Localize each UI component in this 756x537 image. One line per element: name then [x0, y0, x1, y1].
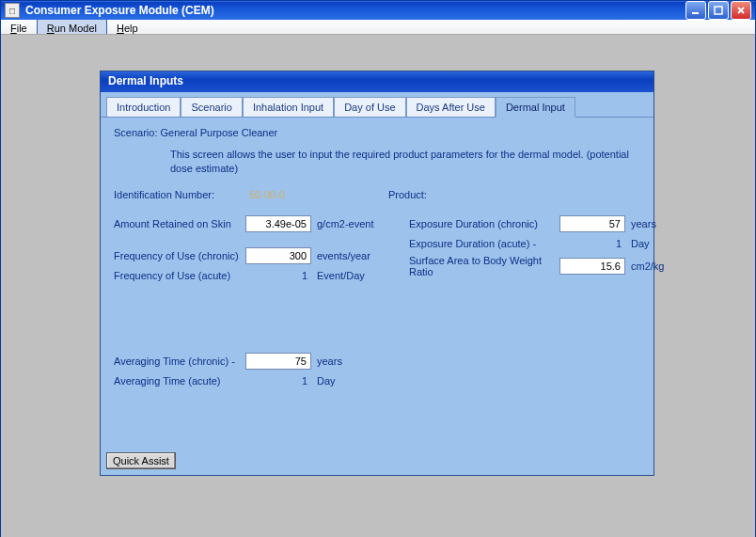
- svg-rect-1: [715, 7, 722, 14]
- exposure-chronic-input[interactable]: [559, 215, 625, 232]
- frequency-acute-value: 1: [245, 270, 311, 281]
- close-icon: [736, 6, 746, 15]
- menu-help[interactable]: Help: [107, 20, 148, 34]
- titlebar: □ Consumer Exposure Module (CEM): [1, 1, 755, 20]
- amount-retained-label: Amount Retained on Skin: [114, 218, 245, 229]
- tab-inhalation-input[interactable]: Inhalation Input: [243, 97, 334, 117]
- frequency-acute-unit: Event/Day: [317, 270, 392, 281]
- quick-assist-button[interactable]: Quick Assist: [106, 452, 176, 469]
- client-area: Dermal Inputs Introduction Scenario Inha…: [1, 35, 755, 537]
- averaging-chronic-input[interactable]: [245, 353, 311, 370]
- tab-day-of-use[interactable]: Day of Use: [334, 97, 405, 117]
- identification-number-label: Identification Number:: [114, 189, 245, 200]
- menubar: File Run Model Help: [1, 20, 755, 35]
- dermal-panel: Scenario: General Purpose Cleaner This s…: [101, 118, 654, 475]
- minimize-button[interactable]: [685, 1, 706, 20]
- panel-help-text: This screen allows the user to input the…: [170, 148, 640, 176]
- averaging-acute-unit: Day: [317, 375, 392, 387]
- window-controls: [685, 1, 751, 20]
- tab-days-after-use[interactable]: Days After Use: [406, 97, 496, 117]
- exposure-chronic-unit: years: [631, 218, 706, 229]
- dermal-inputs-dialog: Dermal Inputs Introduction Scenario Inha…: [100, 71, 654, 476]
- exposure-chronic-label: Exposure Duration (chronic): [409, 218, 559, 229]
- amount-retained-input[interactable]: [245, 215, 311, 232]
- product-label: Product:: [388, 189, 427, 200]
- averaging-acute-label: Averaging Time (acute): [114, 375, 245, 387]
- frequency-chronic-unit: events/year: [317, 250, 392, 261]
- tab-introduction[interactable]: Introduction: [106, 97, 181, 117]
- tab-scenario[interactable]: Scenario: [181, 97, 242, 117]
- maximize-button[interactable]: [708, 1, 729, 20]
- frequency-chronic-input[interactable]: [245, 247, 311, 264]
- app-icon: □: [5, 3, 20, 18]
- tab-dermal-input[interactable]: Dermal Input: [496, 97, 575, 118]
- scenario-label: Scenario: General Purpose Cleaner: [114, 127, 640, 138]
- amount-retained-unit: g/cm2-event: [317, 218, 392, 229]
- close-button[interactable]: [731, 1, 751, 20]
- app-window: □ Consumer Exposure Module (CEM) File Ru…: [0, 0, 756, 537]
- frequency-chronic-label: Frequency of Use (chronic): [114, 250, 245, 261]
- exposure-acute-label: Exposure Duration (acute) -: [409, 238, 559, 249]
- minimize-icon: [691, 6, 701, 15]
- menu-run-model[interactable]: Run Model: [37, 20, 107, 34]
- frequency-acute-label: Frequency of Use (acute): [114, 270, 245, 281]
- averaging-acute-value: 1: [245, 375, 311, 387]
- svg-rect-0: [692, 12, 699, 14]
- sa-bw-label: Surface Area to Body Weight Ratio: [409, 255, 559, 277]
- dialog-title: Dermal Inputs: [101, 71, 654, 92]
- averaging-chronic-unit: years: [317, 355, 392, 367]
- menu-file[interactable]: File: [1, 20, 37, 34]
- window-title: Consumer Exposure Module (CEM): [25, 4, 685, 17]
- identification-number-value: 50-00-0: [249, 189, 285, 200]
- exposure-acute-unit: Day: [631, 238, 706, 249]
- sa-bw-input[interactable]: [559, 258, 625, 275]
- sa-bw-unit: cm2/kg: [631, 261, 706, 272]
- tabstrip: Introduction Scenario Inhalation Input D…: [101, 92, 654, 118]
- exposure-acute-value: 1: [559, 238, 625, 249]
- averaging-chronic-label: Averaging Time (chronic) -: [114, 355, 245, 367]
- maximize-icon: [714, 6, 723, 15]
